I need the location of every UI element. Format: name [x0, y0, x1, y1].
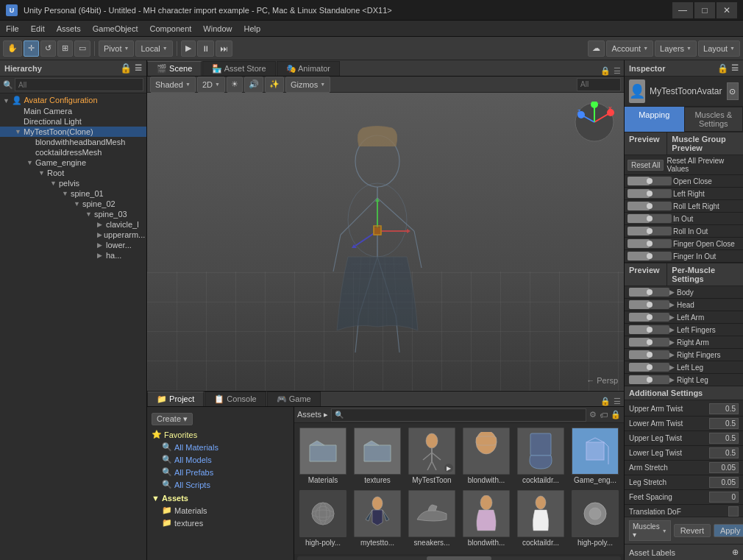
menu-help[interactable]: Help — [238, 21, 266, 37]
leg-stretch-input[interactable] — [709, 477, 739, 488]
asset-cocktaildr2[interactable]: cocktaildr... — [515, 489, 566, 548]
assets-scrollbar[interactable] — [294, 554, 624, 560]
tab-console[interactable]: 📋 Console — [205, 391, 266, 406]
per-muscle-left-fingers[interactable]: ▶ Left Fingers — [625, 324, 743, 336]
menu-assets[interactable]: Assets — [51, 21, 87, 37]
tab-project[interactable]: 📁 Project — [147, 391, 204, 406]
tab-game[interactable]: 🎮 Game — [267, 391, 321, 406]
inspector-menu-icon[interactable]: ☰ — [731, 63, 739, 73]
asset-high-poly-1[interactable]: high-poly... — [297, 489, 349, 548]
per-muscle-right-arm[interactable]: ▶ Right Arm — [625, 336, 743, 349]
asset-high-poly-2[interactable]: high-poly... — [569, 489, 621, 548]
upper-arm-twist-input[interactable] — [709, 403, 739, 414]
hierarchy-lock-icon[interactable]: 🔒 — [120, 63, 132, 74]
bottom-lock-icon[interactable]: 🔒 — [600, 397, 611, 406]
tab-muscles[interactable]: Muscles & Settings — [684, 107, 744, 132]
tree-item-clavicle[interactable]: ▶ clavicle_l — [0, 219, 146, 230]
filter-icon[interactable]: ⚙ — [589, 410, 597, 419]
tree-item-avatar-config[interactable]: ▼ 👤 Avatar Configuration — [0, 95, 146, 106]
per-muscle-right-leg[interactable]: ▶ Right Leg — [625, 374, 743, 386]
assets-search-input[interactable] — [331, 408, 586, 422]
tree-item-pelvis[interactable]: ▼ pelvis — [0, 178, 146, 188]
pivot-dropdown[interactable]: Pivot — [99, 40, 134, 57]
asset-blondwith2[interactable]: blondwith... — [461, 489, 512, 548]
tab-mapping[interactable]: Mapping — [625, 107, 684, 132]
finger-in-out-slider[interactable] — [628, 252, 672, 260]
assets-materials-folder[interactable]: 📁 Materials — [147, 504, 294, 517]
tree-item-game-engine[interactable]: ▼ Game_engine — [0, 157, 146, 168]
move-tool[interactable]: ✛ — [24, 40, 39, 57]
tree-item-blond-mesh[interactable]: blondwithheadbandMesh — [0, 137, 146, 147]
favorites-all-models[interactable]: 🔍 All Models — [147, 453, 294, 466]
tree-item-cocktail-mesh[interactable]: cocktaildressMesh — [0, 147, 146, 157]
muscles-dropdown[interactable]: Muscles ▾ — [629, 520, 671, 541]
asset-cocktaildr[interactable]: cocktaildr... — [515, 426, 566, 486]
effects-toggle[interactable]: ✨ — [265, 77, 284, 93]
hierarchy-search-input[interactable] — [15, 78, 143, 91]
menu-component[interactable]: Component — [143, 21, 197, 37]
left-fingers-slider[interactable] — [629, 325, 669, 334]
scene-lock-icon[interactable]: 🔒 — [600, 66, 611, 76]
lower-arm-twist-input[interactable] — [709, 418, 739, 429]
rect-tool[interactable]: ▭ — [74, 40, 90, 57]
bottom-lock-icon2[interactable]: 🔒 — [611, 410, 621, 419]
right-fingers-slider[interactable] — [629, 350, 669, 359]
close-button[interactable]: ✕ — [717, 2, 737, 18]
asset-game-eng[interactable]: Game_eng... — [569, 426, 621, 486]
tab-scene[interactable]: 🎬 Scene — [147, 61, 202, 76]
scene-view[interactable]: X Y Z ← Persp — [147, 93, 624, 391]
left-leg-slider[interactable] — [629, 363, 669, 372]
roll-in-out-slider[interactable] — [628, 227, 672, 235]
tree-item-main-camera[interactable]: Main Camera — [0, 106, 146, 116]
play-button[interactable]: ▶ — [181, 40, 196, 57]
reset-all-button[interactable]: Reset All — [628, 160, 664, 171]
local-dropdown[interactable]: Local — [135, 40, 172, 57]
per-muscle-right-fingers[interactable]: ▶ Right Fingers — [625, 349, 743, 361]
per-muscle-left-arm[interactable]: ▶ Left Arm — [625, 311, 743, 324]
per-muscle-left-leg[interactable]: ▶ Left Leg — [625, 361, 743, 374]
menu-window[interactable]: Window — [197, 21, 238, 37]
tree-item-upperarm[interactable]: ▶ upperarm... — [0, 230, 146, 240]
asset-mytesttoon[interactable]: ▶ MyTestToon — [406, 426, 458, 486]
account-dropdown[interactable]: Account — [606, 40, 653, 57]
tab-asset-store[interactable]: 🏪 Asset Store — [202, 61, 275, 76]
tab-animator[interactable]: 🎭 Animator — [277, 61, 340, 76]
apply-button[interactable]: Apply — [714, 524, 743, 537]
asset-labels-expand-icon[interactable]: ⊕ — [732, 547, 739, 557]
tree-item-ha[interactable]: ▶ ha... — [0, 250, 146, 260]
avatar-select-button[interactable]: ⊙ — [727, 82, 739, 100]
layout-dropdown[interactable]: Layout — [698, 40, 740, 57]
favorites-all-materials[interactable]: 🔍 All Materials — [147, 441, 294, 453]
shading-dropdown[interactable]: Shaded — [150, 77, 196, 93]
head-slider[interactable] — [629, 300, 669, 309]
tree-item-spine01[interactable]: ▼ spine_01 — [0, 188, 146, 199]
menu-edit[interactable]: Edit — [25, 21, 51, 37]
right-leg-slider[interactable] — [629, 375, 669, 384]
tree-item-directional-light[interactable]: Directional Light — [0, 116, 146, 127]
label-icon[interactable]: 🏷 — [600, 411, 608, 419]
asset-mytestto[interactable]: mytestto... — [352, 489, 403, 548]
hand-tool[interactable]: ✋ — [3, 40, 22, 57]
asset-textures-folder[interactable]: textures — [352, 426, 403, 486]
tree-item-spine02[interactable]: ▼ spine_02 — [0, 199, 146, 209]
left-right-slider[interactable] — [628, 189, 672, 198]
roll-left-right-slider[interactable] — [628, 202, 672, 210]
scale-tool[interactable]: ⊞ — [57, 40, 73, 57]
tree-item-mytesttoon[interactable]: ▼ MyTestToon(Clone) — [0, 127, 146, 137]
rotate-tool[interactable]: ↺ — [40, 40, 56, 57]
layers-dropdown[interactable]: Layers — [655, 40, 697, 57]
pause-button[interactable]: ⏸ — [197, 40, 214, 57]
lower-leg-twist-input[interactable] — [709, 447, 739, 458]
scene-menu-icon[interactable]: ☰ — [614, 66, 621, 76]
inspector-lock-icon[interactable]: 🔒 — [717, 63, 728, 74]
hierarchy-header[interactable]: Hierarchy 🔒 ☰ — [0, 60, 146, 77]
gizmos-dropdown[interactable]: Gizmos — [285, 77, 330, 93]
left-arm-slider[interactable] — [629, 313, 669, 322]
body-slider[interactable] — [629, 288, 669, 297]
assets-textures-folder[interactable]: 📁 textures — [147, 517, 294, 529]
open-close-slider[interactable] — [628, 177, 672, 185]
audio-toggle[interactable]: 🔊 — [244, 77, 263, 93]
maximize-button[interactable]: □ — [694, 2, 715, 18]
step-button[interactable]: ⏭ — [216, 40, 232, 57]
asset-blondwith[interactable]: blondwith... — [461, 426, 512, 486]
